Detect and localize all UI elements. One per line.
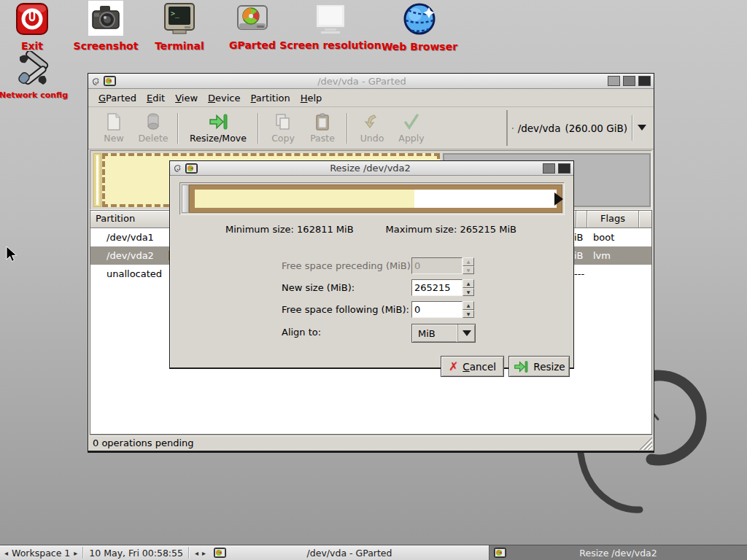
device-size: (260.00 GiB) bbox=[565, 122, 627, 134]
flags-cell: lvm bbox=[593, 246, 611, 265]
tasks-prev-icon[interactable]: ◂ bbox=[195, 549, 198, 557]
desktop-icon-web-browser[interactable]: Web Browser bbox=[368, 1, 471, 52]
menu-device[interactable]: Device bbox=[203, 90, 245, 106]
paste-icon bbox=[315, 112, 330, 131]
cancel-button[interactable]: ✗ Cancel bbox=[441, 356, 504, 377]
field-row-align: Align to: MiB bbox=[170, 324, 573, 341]
toolbar-label: Resize/Move bbox=[190, 133, 247, 144]
toolbar-label: Undo bbox=[360, 133, 384, 144]
menu-help[interactable]: Help bbox=[295, 90, 328, 106]
flags-cell: boot bbox=[593, 228, 614, 246]
resize-label: Resize bbox=[533, 361, 565, 373]
workspace-next-icon[interactable]: ▸ bbox=[74, 549, 77, 557]
header-flags[interactable]: Flags bbox=[587, 213, 638, 224]
free-space-preceding-input bbox=[411, 257, 462, 274]
dialog-maximize-button[interactable] bbox=[543, 163, 555, 174]
desktop-icon-label: Terminal bbox=[139, 40, 220, 52]
resize-grip[interactable] bbox=[638, 436, 652, 450]
cancel-label: Cancel bbox=[462, 361, 496, 373]
apply-button[interactable]: Apply bbox=[392, 109, 431, 147]
free-space-following-label: Free space following (MiB): bbox=[282, 304, 409, 315]
chevron-down-icon bbox=[462, 330, 471, 336]
close-button[interactable] bbox=[638, 76, 651, 86]
menu-view[interactable]: View bbox=[170, 90, 203, 106]
gparted-app-icon bbox=[214, 548, 226, 558]
maximize-button[interactable] bbox=[623, 76, 635, 86]
spin-buttons: ▲ ▼ bbox=[462, 301, 474, 318]
spin-buttons: ▲ ▼ bbox=[462, 257, 474, 274]
tools-icon bbox=[15, 51, 52, 86]
task-scroll-arrows: ◂ ▸ bbox=[190, 545, 210, 560]
debian-swirl-icon bbox=[91, 76, 101, 87]
spin-down-icon[interactable]: ▼ bbox=[462, 288, 474, 297]
undo-icon bbox=[364, 112, 380, 131]
header-partition[interactable]: Partition bbox=[96, 213, 135, 224]
dropdown-arrow bbox=[457, 324, 475, 342]
left-resize-handle[interactable] bbox=[182, 184, 189, 213]
free-space-bar bbox=[414, 190, 557, 208]
resize-move-button[interactable]: Resize/Move bbox=[183, 109, 253, 147]
new-size-input[interactable] bbox=[411, 279, 462, 296]
toolbar-separator bbox=[347, 113, 348, 144]
field-row-preceding: Free space preceding (MiB): ▲ ▼ bbox=[170, 257, 573, 275]
device-selector[interactable]: /dev/vda (260.00 GiB) bbox=[506, 110, 651, 146]
toolbar-label: Apply bbox=[398, 133, 424, 144]
paste-button[interactable]: Paste bbox=[303, 109, 342, 147]
new-button[interactable]: New bbox=[94, 109, 133, 147]
copy-button[interactable]: Copy bbox=[263, 109, 303, 147]
workspace-switcher[interactable]: ◂ Workspace 1 ▸ bbox=[0, 545, 82, 560]
debian-swirl-icon bbox=[173, 163, 182, 174]
task-button-resize-dialog-active[interactable]: Resize /dev/vda2 bbox=[489, 545, 747, 560]
partition-name: /dev/vda1 bbox=[90, 232, 154, 243]
field-row-following: Free space following (MiB): ▲ ▼ bbox=[170, 301, 573, 319]
partition-name: /dev/vda2 bbox=[90, 250, 154, 261]
desktop-icon-terminal[interactable]: >_ Terminal bbox=[139, 2, 220, 52]
undo-button[interactable]: Undo bbox=[352, 109, 392, 147]
menu-gparted[interactable]: GParted bbox=[93, 90, 142, 106]
spin-up-icon[interactable]: ▲ bbox=[462, 279, 474, 288]
desktop-icon-network-config[interactable]: Network config bbox=[0, 51, 74, 100]
desktop-icon-screen-resolution[interactable]: Screen resolution bbox=[279, 3, 382, 51]
exit-power-icon bbox=[15, 2, 49, 36]
gparted-disk-icon bbox=[235, 3, 270, 35]
workspace-prev-icon[interactable]: ◂ bbox=[4, 549, 8, 557]
delete-button[interactable]: Delete bbox=[133, 109, 173, 147]
desktop: { "colors": { "desktop_top": "#c9c9c9", … bbox=[0, 0, 747, 560]
statusbar: 0 operations pending bbox=[90, 435, 652, 450]
task-label: /dev/vda - GParted bbox=[307, 548, 392, 559]
disk-visual-vda1[interactable] bbox=[93, 153, 101, 207]
free-space-following-input[interactable] bbox=[411, 301, 462, 318]
menu-partition[interactable]: Partition bbox=[246, 90, 295, 106]
toolbar-label: Copy bbox=[271, 133, 295, 144]
used-space-bar bbox=[195, 190, 414, 208]
task-button-gparted[interactable]: /dev/vda - GParted bbox=[210, 545, 489, 560]
desktop-icon-screenshot[interactable]: Screenshot bbox=[66, 1, 146, 52]
align-to-label: Align to: bbox=[282, 327, 321, 338]
resize-button[interactable]: Resize bbox=[508, 356, 570, 377]
terminal-icon: >_ bbox=[163, 2, 196, 36]
resize-slider-widget bbox=[179, 182, 565, 215]
device-dropdown[interactable] bbox=[632, 115, 646, 140]
toolbar-separator bbox=[258, 113, 259, 144]
desktop-icon-exit[interactable]: Exit bbox=[0, 2, 72, 52]
right-resize-handle-arrow-icon[interactable] bbox=[554, 192, 563, 206]
new-size-spinner: ▲ ▼ bbox=[411, 279, 474, 296]
spin-up-icon[interactable]: ▲ bbox=[462, 301, 474, 310]
dialog-titlebar[interactable]: Resize /dev/vda2 bbox=[170, 161, 573, 176]
spin-down-icon[interactable]: ▼ bbox=[462, 310, 474, 319]
gparted-titlebar[interactable]: /dev/vda - GParted bbox=[88, 74, 654, 89]
dialog-close-button[interactable] bbox=[558, 163, 570, 174]
tasks-next-icon[interactable]: ▸ bbox=[202, 549, 206, 557]
new-partition-icon bbox=[107, 112, 121, 131]
column-divider[interactable] bbox=[576, 211, 576, 228]
column-divider[interactable] bbox=[638, 211, 639, 228]
dialog-body: Minimum size: 162811 MiB Maximum size: 2… bbox=[170, 176, 573, 368]
device-disk-icon bbox=[512, 120, 514, 136]
align-to-dropdown[interactable]: MiB bbox=[411, 324, 476, 343]
operations-pending-text: 0 operations pending bbox=[93, 438, 194, 448]
minimize-button[interactable] bbox=[608, 76, 620, 86]
menu-edit[interactable]: Edit bbox=[142, 90, 170, 106]
desktop-icon-label: Network config bbox=[0, 90, 74, 100]
desktop-icon-label: Screen resolution bbox=[279, 39, 382, 51]
vda1-free-space bbox=[96, 155, 98, 205]
